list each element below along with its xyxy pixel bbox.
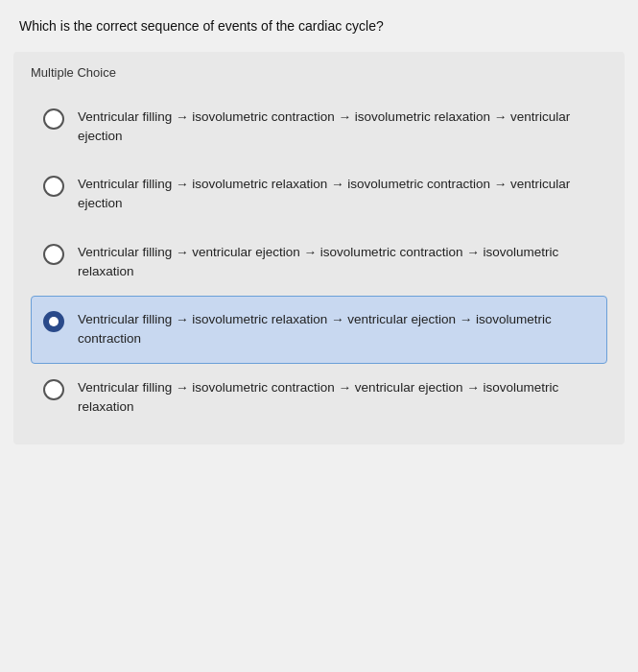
radio-circle-2[interactable] — [43, 176, 64, 197]
radio-circle-1[interactable] — [43, 108, 64, 130]
radio-circle-3[interactable] — [43, 244, 64, 265]
option-item-4[interactable]: Ventricular filling → isovolumetric rela… — [31, 296, 607, 364]
radio-inner-4 — [49, 317, 59, 326]
option-text-1: Ventricular filling → isovolumetric cont… — [78, 108, 595, 147]
multiple-choice-label: Multiple Choice — [31, 65, 607, 80]
option-item-5[interactable]: Ventricular filling → isovolumetric cont… — [31, 364, 607, 432]
options-list: Ventricular filling → isovolumetric cont… — [31, 93, 607, 432]
option-text-2: Ventricular filling → isovolumetric rela… — [78, 175, 595, 214]
option-item-2[interactable]: Ventricular filling → isovolumetric rela… — [31, 160, 607, 228]
option-text-4: Ventricular filling → isovolumetric rela… — [78, 310, 595, 349]
option-item-3[interactable]: Ventricular filling → ventricular ejecti… — [31, 228, 607, 297]
option-text-3: Ventricular filling → ventricular ejecti… — [78, 243, 595, 282]
option-text-5: Ventricular filling → isovolumetric cont… — [78, 378, 595, 418]
question-text: Which is the correct sequence of events … — [0, 0, 638, 46]
option-item-1[interactable]: Ventricular filling → isovolumetric cont… — [31, 93, 607, 161]
multiple-choice-container: Multiple Choice Ventricular filling → is… — [13, 52, 625, 445]
radio-circle-4[interactable] — [43, 311, 64, 332]
radio-circle-5[interactable] — [43, 379, 64, 400]
